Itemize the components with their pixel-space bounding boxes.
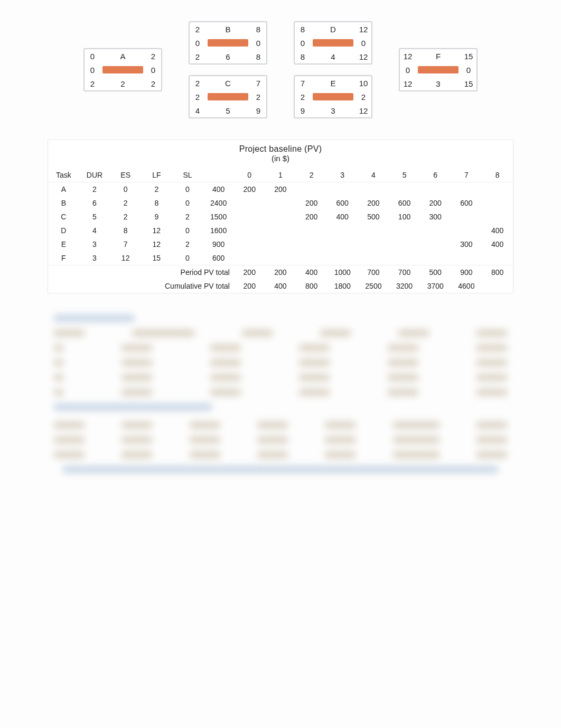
a-ls: 2 [85,78,100,89]
f-ls: 12 [400,78,416,89]
pv-cell: 1500 [203,210,234,224]
pv-cell: 2 [110,196,141,210]
pv-table: TaskDURESLFSL012345678 A2020400200200B62… [48,168,513,293]
pv-cell: 9 [141,210,172,224]
b-ls: 2 [190,51,205,62]
pv-cell [389,237,420,251]
pv-cell [482,182,513,197]
node-c: 2C7 22 459 [189,75,267,118]
pv-cell: 200 [420,196,451,210]
pv-cell: 200 [358,196,389,210]
pv-cell [389,182,420,197]
cumulative-pv-total-cell: 800 [296,279,327,293]
cumulative-pv-total-cell [482,279,513,293]
pv-cell: 600 [203,251,234,265]
c-ls: 4 [190,105,205,116]
period-pv-total-label: Period PV total [48,265,234,280]
pv-cell [265,251,296,265]
node-b: 2B8 00 268 [189,21,267,64]
f-sl-l: 0 [400,64,416,76]
pv-cell: A [48,182,79,197]
net-col-f: 12F15 00 12315 [399,48,478,91]
pv-cell [358,182,389,197]
pv-period-header: 4 [358,168,389,182]
d-dur: 4 [311,51,356,62]
pv-cell: 3 [79,237,110,251]
period-pv-total-cell: 200 [265,265,296,280]
pv-cell: 300 [420,210,451,224]
d-sl-l: 0 [295,38,311,49]
cumulative-pv-total-cell: 2500 [358,279,389,293]
pv-cell [327,251,358,265]
pv-cell: 600 [451,196,482,210]
pv-cell [234,251,265,265]
pv-cell [296,251,327,265]
pv-cell: 400 [203,182,234,197]
a-ef: 2 [145,51,161,62]
node-d: 8D12 00 8412 [294,21,372,64]
cumulative-pv-total-cell: 3700 [420,279,451,293]
pv-period-header: 1 [265,168,296,182]
pv-cell: 200 [296,196,327,210]
cumulative-pv-total-cell: 4600 [451,279,482,293]
e-name: E [311,78,356,89]
pv-cell [327,237,358,251]
b-dur: 6 [205,51,250,62]
d-lf: 12 [356,51,371,62]
d-es: 8 [295,24,311,35]
pv-task-row: F312150600 [48,251,513,265]
f-ef: 15 [461,51,476,62]
pv-cell: 400 [482,224,513,237]
pv-cell: D [48,224,79,237]
c-lf: 9 [250,105,266,116]
pv-subtitle: (in $) [48,154,513,168]
b-lf: 8 [250,51,266,62]
pv-cell [265,196,296,210]
pv-cell [327,224,358,237]
pv-cell [327,182,358,197]
f-name: F [416,51,461,62]
cumulative-pv-total-cell: 400 [265,279,296,293]
pv-period-header: 7 [451,168,482,182]
pv-cell: 0 [110,182,141,197]
node-e: 7E10 22 9312 [294,75,372,118]
pv-cell [265,237,296,251]
b-sl-r: 0 [250,38,266,49]
pv-cell: 15 [141,251,172,265]
blurred-content-block [53,421,508,473]
pv-cell: 8 [141,196,172,210]
b-ef: 8 [250,24,266,35]
pv-cell: 2 [110,210,141,224]
c-name: C [205,78,250,89]
b-sl-l: 0 [190,38,205,49]
c-sl-r: 2 [250,91,266,103]
period-pv-total-cell: 700 [358,265,389,280]
pv-cell: E [48,237,79,251]
d-sl-r: 0 [356,38,371,49]
precedence-network: 0 A 2 0 0 2 2 2 2B8 00 268 2C7 22 [32,21,529,118]
pv-cell: 0 [172,182,203,197]
d-ls: 8 [295,51,311,62]
pv-cell: 1600 [203,224,234,237]
pv-cell: 3 [79,251,110,265]
pv-cell: 600 [327,196,358,210]
pv-period-header: 2 [296,168,327,182]
pv-cell: 200 [265,182,296,197]
pv-cell: 900 [203,237,234,251]
period-pv-total-cell: 400 [296,265,327,280]
pv-cell [420,237,451,251]
cumulative-pv-total-row: Cumulative PV total200400800180025003200… [48,279,513,293]
c-sl-l: 2 [190,91,205,103]
period-pv-total-cell: 500 [420,265,451,280]
pv-cell [358,251,389,265]
pv-cell: 600 [389,196,420,210]
c-ef: 7 [250,78,266,89]
pv-cell [482,196,513,210]
f-es: 12 [400,51,416,62]
pv-cell: 2 [79,182,110,197]
node-f: 12F15 00 12315 [399,48,478,91]
net-col-bc: 2B8 00 268 2C7 22 459 [189,21,267,118]
pv-task-row: A2020400200200 [48,182,513,197]
pv-cell [482,210,513,224]
blurred-content-block [53,315,508,411]
